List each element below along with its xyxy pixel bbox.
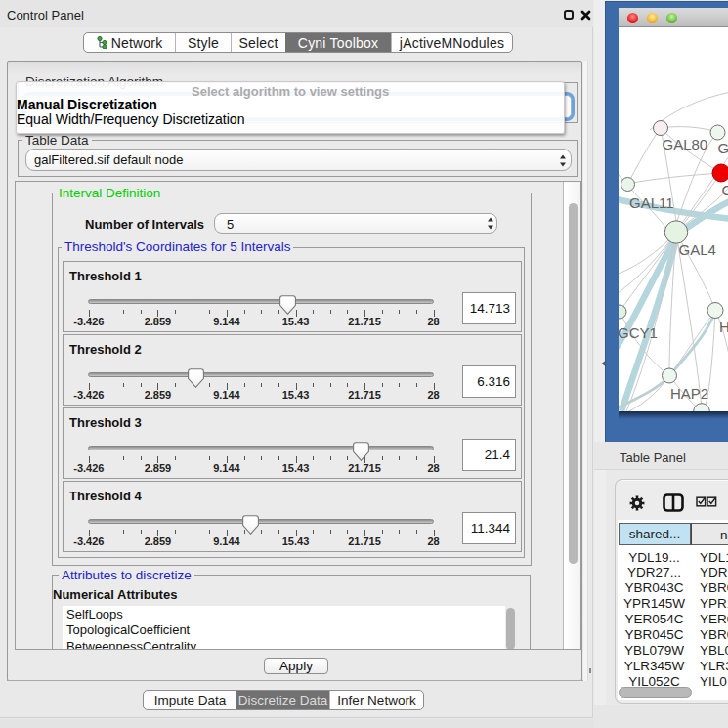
svg-text:GAL4: GAL4 (679, 241, 716, 258)
svg-text:C: C (722, 182, 728, 198)
svg-text:GCY1: GCY1 (619, 324, 658, 341)
svg-text:GAL80: GAL80 (663, 136, 708, 152)
svg-text:HAP2: HAP2 (670, 385, 708, 402)
svg-text:GAL11: GAL11 (629, 194, 674, 211)
svg-text:GA: GA (718, 140, 728, 156)
svg-text:H: H (719, 319, 728, 335)
